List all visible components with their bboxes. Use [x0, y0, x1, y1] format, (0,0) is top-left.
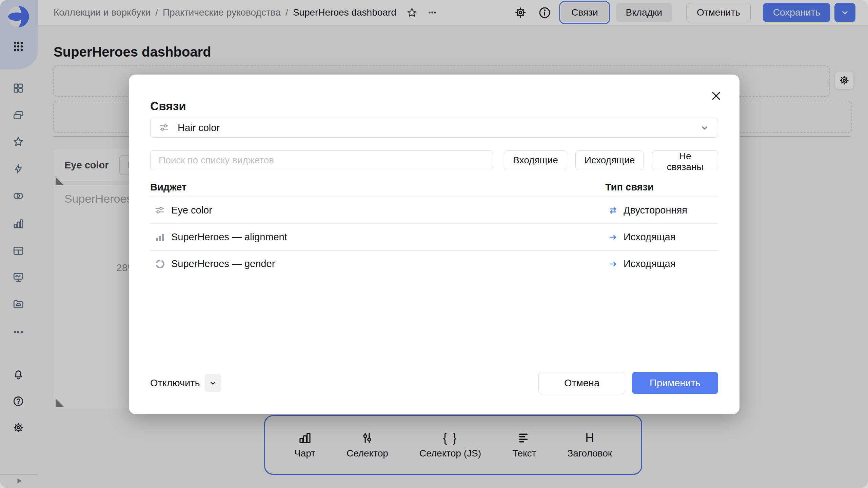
modal-footer: Отключить Отмена Применить: [150, 371, 718, 394]
selector-sliders-icon: [154, 205, 166, 216]
widget-select-value: Hair color: [178, 122, 220, 134]
filter-outgoing-button[interactable]: Исходящие: [575, 150, 644, 170]
filter-incoming-button[interactable]: Входящие: [504, 150, 567, 170]
disable-links-label[interactable]: Отключить: [150, 378, 200, 389]
outgoing-arrow-icon: [608, 259, 618, 269]
modal-cancel-button[interactable]: Отмена: [538, 372, 625, 394]
disable-options-chevron-button[interactable]: [205, 374, 221, 392]
table-row[interactable]: SuperHeroes — alignment Исходящая: [150, 224, 718, 251]
widget-name: SuperHeroes — alignment: [171, 231, 287, 243]
link-type-cell: Исходящая: [608, 231, 675, 243]
widget-select[interactable]: Hair color: [150, 118, 718, 138]
datalens-dashboard-app: Коллекции и воркбуки / Практические руко…: [0, 0, 868, 488]
selector-sliders-icon: [159, 122, 170, 134]
modal-title: Связи: [150, 99, 186, 113]
column-widget: Виджет: [150, 182, 186, 192]
search-and-filters: Входящие Исходящие Не связаны: [150, 150, 718, 170]
link-type-cell: Двусторонняя: [608, 205, 687, 216]
donut-chart-icon: [154, 258, 166, 270]
link-type-label: Двусторонняя: [624, 205, 687, 216]
modal-apply-button[interactable]: Применить: [632, 372, 718, 394]
link-type-cell: Исходящая: [608, 258, 675, 269]
close-icon[interactable]: [708, 88, 724, 104]
table-row[interactable]: SuperHeroes — gender Исходящая: [150, 251, 718, 277]
links-modal: Связи Hair color Входящие Ис: [129, 75, 739, 414]
table-row[interactable]: Eye color Двусторонняя: [150, 197, 718, 224]
widget-name: SuperHeroes — gender: [171, 258, 275, 269]
chevron-down-icon: [699, 123, 710, 133]
links-table: Виджет Тип связи Eye color: [150, 182, 718, 277]
widget-search-input[interactable]: [150, 150, 493, 170]
link-type-label: Исходящая: [624, 231, 675, 243]
table-header: Виджет Тип связи: [150, 182, 718, 197]
column-link-type: Тип связи: [605, 182, 654, 193]
filter-unrelated-button[interactable]: Не связаны: [652, 150, 718, 170]
two-way-arrow-icon: [608, 205, 618, 216]
widget-name: Eye color: [171, 205, 212, 216]
bar-chart-icon: [154, 231, 166, 243]
outgoing-arrow-icon: [608, 232, 618, 242]
link-type-label: Исходящая: [624, 258, 675, 269]
